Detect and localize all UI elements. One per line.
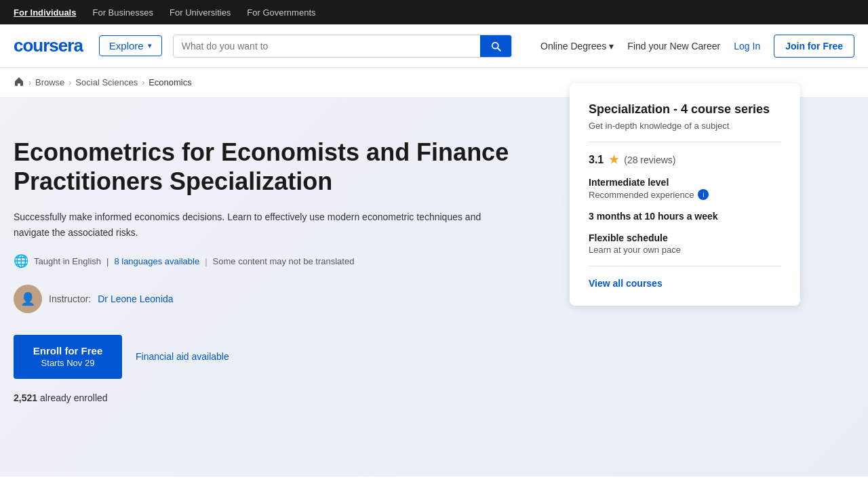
view-all-courses-link[interactable]: View all courses <box>589 278 663 289</box>
duration-section: 3 months at 10 hours a week <box>589 211 781 222</box>
nav-individuals[interactable]: For Individuals <box>14 7 76 18</box>
schedule-label: Flexible schedule <box>589 232 781 243</box>
sep: | <box>106 256 108 266</box>
card-divider-2 <box>589 266 781 266</box>
financial-aid-link[interactable]: Financial aid available <box>136 351 229 362</box>
reviews-count: (28 reviews) <box>624 155 675 165</box>
instructor-name-link[interactable]: Dr Leone Leonida <box>98 293 173 304</box>
card-type-label: Specialization - 4 course series <box>589 102 781 117</box>
page-content: Econometrics for Economists and Finance … <box>0 97 868 476</box>
header-right: Online Degrees ▾ Find your New Career Lo… <box>540 35 854 58</box>
breadcrumb-sep-2: › <box>68 78 71 87</box>
chevron-down-icon: ▾ <box>609 41 614 52</box>
explore-button[interactable]: Explore ▾ <box>99 35 162 56</box>
nav-businesses[interactable]: For Businesses <box>92 7 153 18</box>
language-label: Taught in English <box>34 256 101 266</box>
breadcrumb-sep-1: › <box>28 78 31 87</box>
online-degrees-link[interactable]: Online Degrees ▾ <box>540 41 614 52</box>
explore-label: Explore <box>109 40 144 52</box>
nav-governments[interactable]: For Governments <box>247 7 315 18</box>
find-career-link[interactable]: Find your New Career <box>627 41 720 52</box>
instructor-avatar: 👤 <box>14 285 42 313</box>
rating-value: 3.1 <box>589 154 604 166</box>
enroll-row: Enroll for Free Starts Nov 29 Financial … <box>14 335 542 378</box>
main-header: coursera Explore ▾ Online Degrees ▾ Find… <box>0 24 868 68</box>
login-button[interactable]: Log In <box>734 41 760 52</box>
lang-sep: | <box>205 256 207 266</box>
course-title: Econometrics for Economists and Finance … <box>14 138 542 196</box>
breadcrumb-home[interactable] <box>14 76 24 89</box>
card-subtitle: Get in-depth knowledge of a subject <box>589 121 781 131</box>
search-bar <box>173 35 512 58</box>
level-label: Intermediate level <box>589 177 781 188</box>
join-button[interactable]: Join for Free <box>774 35 854 58</box>
breadcrumb-social-sciences[interactable]: Social Sciences <box>75 77 138 87</box>
course-card: Specialization - 4 course series Get in-… <box>570 83 800 306</box>
instructor-label: Instructor: <box>49 293 91 304</box>
top-nav: For Individuals For Businesses For Unive… <box>0 0 868 24</box>
schedule-section: Flexible schedule Learn at your own pace <box>589 232 781 255</box>
instructor-row: 👤 Instructor: Dr Leone Leonida <box>14 285 542 313</box>
breadcrumb-current: Economics <box>149 77 192 87</box>
translation-note: Some content may not be translated <box>213 256 355 266</box>
card-divider-1 <box>589 142 781 142</box>
translate-icon: 🌐 <box>14 253 28 268</box>
breadcrumb-sep-3: › <box>142 78 144 87</box>
home-icon <box>14 76 24 87</box>
breadcrumb-browse[interactable]: Browse <box>35 77 64 87</box>
left-content: Econometrics for Economists and Finance … <box>14 97 542 449</box>
search-icon <box>490 40 502 52</box>
coursera-logo[interactable]: coursera <box>14 35 83 56</box>
enroll-button[interactable]: Enroll for Free Starts Nov 29 <box>14 335 122 378</box>
search-input[interactable] <box>174 35 480 57</box>
nav-universities[interactable]: For Universities <box>170 7 231 18</box>
info-icon[interactable]: i <box>698 189 709 200</box>
course-description: Successfully make informed economics dec… <box>14 209 502 240</box>
rating-row: 3.1 ★ (28 reviews) <box>589 153 781 166</box>
languages-link[interactable]: 8 languages available <box>114 256 199 266</box>
chevron-down-icon: ▾ <box>148 41 152 50</box>
experience-sub: Recommended experience i <box>589 189 781 200</box>
schedule-sub: Learn at your own pace <box>589 245 781 255</box>
language-row: 🌐 Taught in English | 8 languages availa… <box>14 253 542 268</box>
level-section: Intermediate level Recommended experienc… <box>589 177 781 200</box>
enrolled-count: 2,521 already enrolled <box>14 392 542 403</box>
duration-label: 3 months at 10 hours a week <box>589 211 781 222</box>
star-icon: ★ <box>609 153 618 166</box>
search-button[interactable] <box>480 35 511 57</box>
